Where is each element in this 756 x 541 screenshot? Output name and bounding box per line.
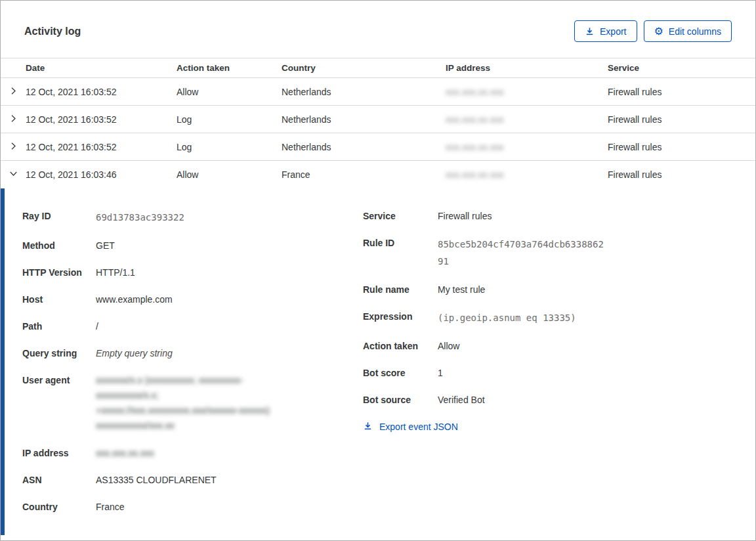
column-header-action-taken[interactable]: Action taken [177, 63, 282, 73]
cell-ip-address-redacted: xxx.xxx.xx.xxx [446, 142, 504, 152]
detail-label: Bot score [363, 366, 438, 380]
detail-label: Service [363, 209, 438, 223]
download-icon [585, 26, 595, 36]
cell-action-taken: Log [177, 142, 282, 152]
detail-label: Country [22, 500, 96, 514]
cell-service: Firewall rules [608, 114, 755, 125]
detail-value: Verified Bot [438, 393, 485, 407]
detail-label: ASN [22, 473, 96, 487]
detail-value: AS13335 CLOUDFLARENET [96, 473, 217, 487]
detail-value: Allow [438, 339, 459, 353]
detail-row-country: Country France [22, 500, 363, 514]
detail-label: Bot source [363, 393, 438, 407]
detail-label: User agent [22, 373, 96, 433]
cell-service: Firewall rules [608, 142, 755, 152]
detail-value: 85bce5b204cf4703a764dcb633886291 [438, 236, 607, 270]
expand-row-button[interactable] [1, 78, 26, 105]
chevron-right-icon [9, 86, 18, 98]
detail-column-left: Ray ID 69d13783ac393322 Method GET HTTP … [22, 209, 363, 535]
cell-date: 12 Oct, 2021 16:03:46 [26, 169, 177, 180]
cell-country: Netherlands [282, 142, 446, 152]
detail-row-expression: Expression (ip.geoip.asnum eq 13335) [363, 309, 732, 326]
expand-row-button[interactable] [1, 106, 26, 133]
detail-row-service: Service Firewall rules [363, 209, 732, 223]
column-header-country[interactable]: Country [282, 63, 446, 73]
cell-ip-address-redacted: xxx.xxx.xx.xxx [446, 169, 504, 180]
chevron-down-icon [9, 169, 18, 181]
cell-country: Netherlands [282, 87, 446, 97]
download-icon [363, 421, 373, 433]
detail-row-query-string: Query string Empty query string [22, 346, 363, 360]
detail-value: GET [96, 238, 115, 253]
collapse-row-button[interactable] [1, 161, 26, 188]
table-row-expanded[interactable]: 12 Oct, 2021 16:03:46 Allow France xxx.x… [1, 161, 755, 188]
detail-row-host: Host www.example.com [22, 292, 363, 307]
expand-row-button[interactable] [1, 133, 26, 160]
detail-value: (ip.geoip.asnum eq 13335) [438, 309, 576, 326]
export-button[interactable]: Export [574, 20, 637, 42]
cell-action-taken: Allow [177, 87, 282, 97]
table-row[interactable]: 12 Oct, 2021 16:03:52 Allow Netherlands … [1, 78, 755, 106]
detail-value: 69d13783ac393322 [96, 209, 184, 226]
page-title: Activity log [24, 26, 81, 37]
detail-label: Ray ID [22, 209, 96, 226]
detail-row-bot-source: Bot source Verified Bot [363, 393, 732, 407]
event-detail-panel: Ray ID 69d13783ac393322 Method GET HTTP … [1, 188, 755, 535]
detail-value: www.example.com [96, 292, 173, 307]
edit-columns-button[interactable]: ⚙ Edit columns [644, 20, 732, 42]
detail-value: / [96, 319, 98, 334]
detail-value: HTTP/1.1 [96, 265, 135, 280]
detail-label: Method [22, 238, 96, 253]
detail-row-rule-id: Rule ID 85bce5b204cf4703a764dcb633886291 [363, 236, 732, 270]
detail-label: Query string [22, 346, 96, 360]
cell-ip-address-redacted: xxx.xxx.xx.xxx [446, 87, 504, 97]
chevron-right-icon [9, 114, 18, 125]
cell-service: Firewall rules [608, 169, 755, 180]
detail-value-redacted: xxxxxxx/x.x (xxxxxxxxxx; xxxxxxxxx-xxxxx… [96, 373, 287, 433]
detail-row-action-taken: Action taken Allow [363, 339, 732, 353]
cell-country: Netherlands [282, 114, 446, 125]
column-header-ip-address[interactable]: IP address [446, 63, 608, 73]
detail-row-path: Path / [22, 319, 363, 334]
cell-action-taken: Log [177, 114, 282, 125]
detail-row-ip-address: IP address xxx.xxx.xx.xxx [22, 446, 363, 460]
export-event-json-label: Export event JSON [379, 422, 458, 432]
detail-value: My test rule [438, 282, 485, 297]
detail-value: Firewall rules [438, 209, 492, 223]
cell-service: Firewall rules [608, 87, 755, 97]
cell-action-taken: Allow [177, 169, 282, 180]
table-header-row: Date Action taken Country IP address Ser… [1, 58, 755, 78]
column-header-service[interactable]: Service [608, 63, 755, 73]
edit-columns-button-label: Edit columns [669, 26, 721, 37]
detail-value-redacted: xxx.xxx.xx.xxx [96, 446, 154, 460]
detail-label: Expression [363, 309, 438, 326]
cell-country: France [282, 169, 446, 180]
detail-row-http-version: HTTP Version HTTP/1.1 [22, 265, 363, 280]
cell-ip-address-redacted: xxx.xxx.xx.xxx [446, 114, 504, 125]
detail-row-ray-id: Ray ID 69d13783ac393322 [22, 209, 363, 226]
detail-value: 1 [438, 366, 443, 380]
table-row[interactable]: 12 Oct, 2021 16:03:52 Log Netherlands xx… [1, 133, 755, 161]
detail-label: Action taken [363, 339, 438, 353]
detail-row-asn: ASN AS13335 CLOUDFLARENET [22, 473, 363, 487]
detail-value: Empty query string [96, 346, 173, 360]
detail-label: Path [22, 319, 96, 334]
table-row[interactable]: 12 Oct, 2021 16:03:52 Log Netherlands xx… [1, 106, 755, 133]
detail-row-method: Method GET [22, 238, 363, 253]
detail-row-bot-score: Bot score 1 [363, 366, 732, 380]
detail-label: HTTP Version [22, 265, 96, 280]
activity-log-screen: Activity log Export ⚙ Edit columns Date … [0, 0, 756, 541]
page-header: Activity log Export ⚙ Edit columns [1, 1, 755, 58]
detail-label: Host [22, 292, 96, 307]
detail-value: France [96, 500, 125, 514]
detail-row-rule-name: Rule name My test rule [363, 282, 732, 297]
cell-date: 12 Oct, 2021 16:03:52 [26, 87, 177, 97]
detail-label: IP address [22, 446, 96, 460]
export-button-label: Export [600, 26, 626, 37]
detail-column-right: Service Firewall rules Rule ID 85bce5b20… [363, 209, 732, 535]
header-actions: Export ⚙ Edit columns [574, 20, 732, 42]
column-header-date[interactable]: Date [26, 63, 177, 73]
chevron-right-icon [9, 141, 18, 153]
export-event-json-link[interactable]: Export event JSON [363, 421, 458, 433]
detail-row-user-agent: User agent xxxxxxx/x.x (xxxxxxxxxx; xxxx… [22, 373, 363, 433]
